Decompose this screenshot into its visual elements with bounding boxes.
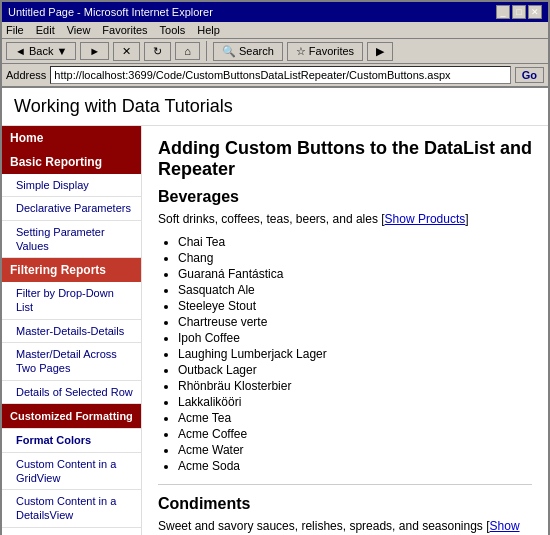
show-products-condiments-link[interactable]: Show Products [158, 519, 520, 535]
menu-file[interactable]: File [6, 24, 24, 36]
list-item: Acme Water [178, 442, 532, 458]
menu-view[interactable]: View [67, 24, 91, 36]
menu-bar: File Edit View Favorites Tools Help [2, 22, 548, 39]
toolbar: ◄ Back ▼ ► ✕ ↻ ⌂ 🔍 Search ☆ Favorites ▶ [2, 39, 548, 64]
list-item: Rhönbräu Klosterbier [178, 378, 532, 394]
address-bar: Address Go [2, 64, 548, 88]
menu-edit[interactable]: Edit [36, 24, 55, 36]
sidebar-item-filter-by-dropdown[interactable]: Filter by Drop-Down List [2, 282, 141, 320]
list-item: Acme Tea [178, 410, 532, 426]
address-label: Address [6, 69, 46, 81]
browser-window: Untitled Page - Microsoft Internet Explo… [0, 0, 550, 535]
category-condiments-desc: Sweet and savory sauces, relishes, sprea… [158, 519, 532, 535]
sidebar-item-custom-content-formview[interactable]: Custom Content in a FormView [2, 528, 141, 535]
product-list-beverages: Chai Tea Chang Guaraná Fantástica Sasqua… [178, 234, 532, 474]
list-item: Chai Tea [178, 234, 532, 250]
stop-button[interactable]: ✕ [113, 42, 140, 61]
list-item: Lakkalikööri [178, 394, 532, 410]
menu-favorites[interactable]: Favorites [102, 24, 147, 36]
content-main-title: Adding Custom Buttons to the DataList an… [158, 138, 532, 180]
category-condiments-title: Condiments [158, 495, 532, 513]
list-item: Chartreuse verte [178, 314, 532, 330]
category-beverages-desc: Soft drinks, coffees, teas, beers, and a… [158, 212, 532, 226]
list-item: Ipoh Coffee [178, 330, 532, 346]
title-bar-buttons: _ □ ✕ [496, 5, 542, 19]
category-divider [158, 484, 532, 485]
refresh-button[interactable]: ↻ [144, 42, 171, 61]
home-button[interactable]: ⌂ [175, 42, 200, 60]
sidebar: Home Basic Reporting Simple Display Decl… [2, 126, 142, 535]
list-item: Outback Lager [178, 362, 532, 378]
sidebar-item-details-of-selected-row[interactable]: Details of Selected Row [2, 381, 141, 404]
back-button[interactable]: ◄ Back ▼ [6, 42, 76, 60]
sidebar-subsection-filtering-reports[interactable]: Filtering Reports [2, 258, 141, 282]
go-button[interactable]: Go [515, 67, 544, 83]
sidebar-item-basic-reporting[interactable]: Basic Reporting [2, 150, 141, 174]
category-beverages: Beverages Soft drinks, coffees, teas, be… [158, 188, 532, 474]
menu-tools[interactable]: Tools [160, 24, 186, 36]
show-products-beverages-link[interactable]: Show Products [385, 212, 466, 226]
category-condiments: Condiments Sweet and savory sauces, reli… [158, 495, 532, 535]
main-layout: Home Basic Reporting Simple Display Decl… [2, 126, 548, 535]
window-title: Untitled Page - Microsoft Internet Explo… [8, 6, 213, 18]
toolbar-separator-1 [206, 41, 207, 61]
list-item: Chang [178, 250, 532, 266]
list-item: Acme Coffee [178, 426, 532, 442]
sidebar-item-custom-content-detailsview[interactable]: Custom Content in a DetailsView [2, 490, 141, 528]
sidebar-item-declarative-parameters[interactable]: Declarative Parameters [2, 197, 141, 220]
sidebar-item-master-detail-across[interactable]: Master/Detail Across Two Pages [2, 343, 141, 381]
page-content-wrapper: Working with Data Tutorials Home Basic R… [2, 88, 548, 535]
maximize-button[interactable]: □ [512, 5, 526, 19]
minimize-button[interactable]: _ [496, 5, 510, 19]
sidebar-item-custom-content-gridview[interactable]: Custom Content in a GridView [2, 453, 141, 491]
sidebar-item-master-details-details[interactable]: Master-Details-Details [2, 320, 141, 343]
content-area: Adding Custom Buttons to the DataList an… [142, 126, 548, 535]
sidebar-item-format-colors[interactable]: Format Colors [2, 429, 141, 452]
search-button[interactable]: 🔍 Search [213, 42, 283, 61]
list-item: Steeleye Stout [178, 298, 532, 314]
sidebar-item-customized-formatting[interactable]: Customized Formatting [2, 404, 141, 429]
media-button[interactable]: ▶ [367, 42, 393, 61]
favorites-button[interactable]: ☆ Favorites [287, 42, 363, 61]
forward-button[interactable]: ► [80, 42, 109, 60]
category-beverages-title: Beverages [158, 188, 532, 206]
page-header-title: Working with Data Tutorials [14, 96, 233, 116]
close-button[interactable]: ✕ [528, 5, 542, 19]
sidebar-item-simple-display[interactable]: Simple Display [2, 174, 141, 197]
sidebar-item-setting-parameter-values[interactable]: Setting Parameter Values [2, 221, 141, 259]
list-item: Sasquatch Ale [178, 282, 532, 298]
title-bar: Untitled Page - Microsoft Internet Explo… [2, 2, 548, 22]
list-item: Laughing Lumberjack Lager [178, 346, 532, 362]
menu-help[interactable]: Help [197, 24, 220, 36]
list-item: Acme Soda [178, 458, 532, 474]
page-header: Working with Data Tutorials [2, 88, 548, 126]
sidebar-item-home[interactable]: Home [2, 126, 141, 150]
address-input[interactable] [50, 66, 510, 84]
list-item: Guaraná Fantástica [178, 266, 532, 282]
